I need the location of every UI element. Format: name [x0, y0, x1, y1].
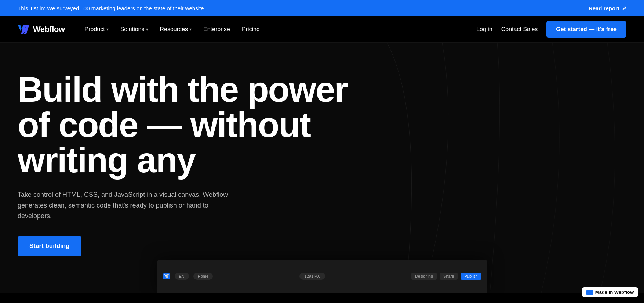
start-building-button[interactable]: Start building	[18, 236, 81, 256]
nav-item-resources[interactable]: Resources ▾	[155, 23, 197, 36]
webflow-logo-icon	[18, 25, 29, 34]
chevron-down-icon: ▾	[189, 27, 192, 32]
navbar: Webflow Product ▾ Solutions ▾ Resources …	[0, 16, 644, 43]
nav-item-product[interactable]: Product ▾	[80, 23, 114, 36]
editor-designing-label: Designing	[415, 274, 433, 278]
hero-title-line2: of code — without	[18, 105, 310, 144]
announcement-text: This just in: We surveyed 500 marketing …	[18, 5, 204, 11]
nav-enterprise-label: Enterprise	[203, 26, 230, 33]
editor-share-button[interactable]: Share	[440, 273, 458, 280]
nav-resources-label: Resources	[160, 26, 188, 33]
announcement-link[interactable]: Read report ↗	[589, 5, 626, 12]
hero-section: Build with the power of code — without w…	[0, 43, 644, 293]
nav-item-enterprise[interactable]: Enterprise	[198, 23, 235, 36]
editor-designing-button[interactable]: Designing	[411, 273, 437, 280]
editor-dim-label: 1291 PX	[305, 274, 320, 278]
navbar-left: Webflow Product ▾ Solutions ▾ Resources …	[18, 23, 265, 36]
editor-preview: EN Home 1291 PX Designing Share Publish	[157, 260, 487, 293]
hero-title: Build with the power of code — without w…	[18, 72, 348, 178]
hero-content: Build with the power of code — without w…	[18, 72, 348, 256]
made-in-webflow-label: Made in Webflow	[595, 289, 634, 293]
announcement-arrow-icon: ↗	[622, 5, 626, 12]
log-in-link[interactable]: Log in	[476, 26, 492, 33]
chevron-down-icon: ▾	[146, 27, 148, 32]
logo[interactable]: Webflow	[18, 25, 65, 34]
nav-item-pricing[interactable]: Pricing	[237, 23, 265, 36]
announcement-bar: This just in: We surveyed 500 marketing …	[0, 0, 644, 16]
announcement-link-label: Read report	[589, 5, 619, 11]
editor-toolbar-center: 1291 PX	[299, 273, 325, 280]
editor-webflow-icon	[163, 273, 170, 279]
editor-publish-label: Publish	[464, 274, 477, 278]
editor-home-label: Home	[198, 274, 208, 278]
editor-publish-button[interactable]: Publish	[461, 273, 481, 280]
logo-text: Webflow	[33, 25, 65, 34]
hero-title-line3: writing any	[18, 140, 196, 180]
nav-solutions-label: Solutions	[120, 26, 145, 33]
editor-toolbar-right: Designing Share Publish	[411, 273, 481, 280]
made-in-webflow-badge[interactable]: Made in Webflow	[582, 287, 638, 293]
editor-share-label: Share	[443, 274, 454, 278]
chevron-down-icon: ▾	[106, 27, 109, 32]
editor-lang-label: EN	[179, 274, 185, 278]
hero-title-line1: Build with the power	[18, 70, 348, 109]
nav-product-label: Product	[85, 26, 105, 33]
editor-home-pill: Home	[193, 273, 213, 280]
editor-toolbar-left: EN Home	[163, 273, 213, 280]
nav-links: Product ▾ Solutions ▾ Resources ▾ Enterp…	[80, 23, 265, 36]
hero-subtitle: Take control of HTML, CSS, and JavaScrip…	[18, 190, 238, 221]
contact-sales-link[interactable]: Contact Sales	[501, 26, 538, 33]
made-in-webflow-logo-icon	[586, 290, 593, 293]
nav-item-solutions[interactable]: Solutions ▾	[115, 23, 153, 36]
editor-lang-pill: EN	[175, 273, 189, 280]
navbar-right: Log in Contact Sales Get started — it's …	[476, 21, 626, 38]
nav-pricing-label: Pricing	[242, 26, 260, 33]
editor-dimension-display: 1291 PX	[299, 273, 325, 280]
get-started-button[interactable]: Get started — it's free	[546, 21, 626, 38]
